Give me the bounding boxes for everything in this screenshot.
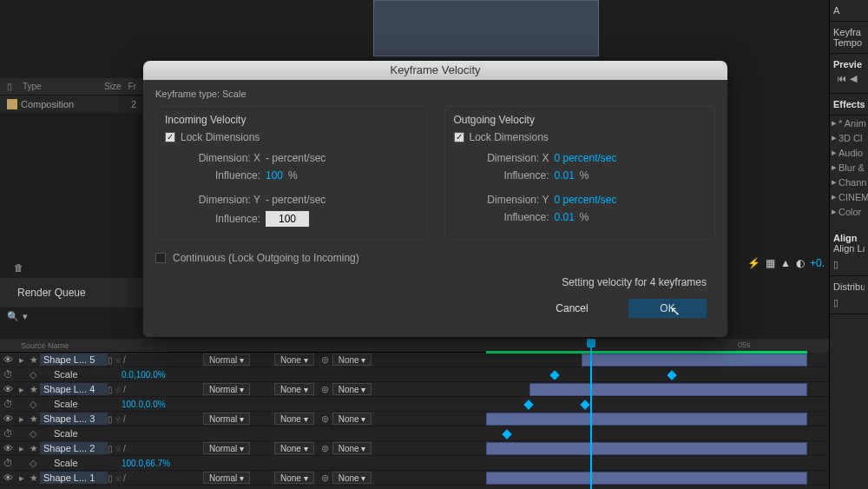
track-matte-dropdown[interactable]: None ▾ [274, 383, 314, 395]
effect-category[interactable]: ▸Color [830, 204, 868, 219]
layer-bar[interactable] [582, 354, 807, 367]
track-matte-dropdown[interactable]: None ▾ [274, 472, 314, 484]
property-name[interactable]: Scale [38, 369, 106, 380]
layer-name[interactable]: Shape L... 5 [40, 354, 108, 366]
keyframe-nav-icon[interactable]: ◇ [30, 428, 36, 439]
influence-y-input[interactable] [266, 211, 309, 227]
influence-x-value[interactable]: 100 [266, 169, 283, 182]
track-matte-dropdown[interactable]: None ▾ [274, 354, 314, 366]
pickwhip-icon[interactable]: ⊚ [321, 384, 329, 395]
layer-switches[interactable]: ▯※/ [108, 385, 142, 394]
visibility-icon[interactable]: 👁 [0, 384, 16, 394]
effect-category[interactable]: ▸Blur & [830, 160, 868, 175]
effect-category[interactable]: ▸* Anim [830, 116, 868, 130]
stopwatch-icon[interactable]: ⏱ [0, 458, 16, 468]
parent-dropdown[interactable]: None ▾ [332, 442, 372, 454]
project-fr-col[interactable]: Fr [128, 82, 136, 91]
visibility-icon[interactable]: 👁 [0, 413, 16, 424]
effect-category[interactable]: ▸Chann [830, 175, 868, 189]
keyframe[interactable] [549, 370, 559, 380]
triangle-icon[interactable]: ▸ [16, 472, 28, 484]
influence-y-value[interactable]: 0.01 [555, 211, 575, 223]
stopwatch-icon[interactable]: ⏱ [0, 428, 16, 439]
parent-dropdown[interactable]: None ▾ [332, 472, 372, 484]
flowchart-icon[interactable]: ▦ [766, 257, 775, 269]
pickwhip-icon[interactable]: ⊚ [321, 472, 329, 484]
dimension-x-value[interactable]: 0 percent/sec [555, 152, 617, 164]
effect-category[interactable]: ▸3D Cl [830, 130, 868, 145]
property-name[interactable]: Scale [38, 399, 106, 409]
layer-switches[interactable]: ▯※/ [108, 444, 142, 453]
triangle-icon[interactable]: ▸ [16, 384, 28, 395]
cancel-button[interactable]: Cancel [533, 299, 611, 318]
snapshot-icon[interactable]: ⚡ [747, 257, 760, 269]
align-left-icon[interactable]: ▯ [833, 259, 865, 270]
keyframe[interactable] [580, 400, 589, 409]
property-value[interactable]: 0.0,100.0% [122, 370, 166, 380]
blend-mode-dropdown[interactable]: Normal ▾ [203, 442, 250, 454]
property-value[interactable]: 100.0,66.7% [122, 459, 170, 468]
visibility-icon[interactable]: 👁 [0, 354, 16, 365]
project-size-col[interactable]: Size [104, 82, 121, 91]
triangle-icon[interactable]: ▸ [16, 413, 28, 425]
blend-mode-dropdown[interactable]: Normal ▾ [203, 383, 250, 395]
parent-dropdown[interactable]: None ▾ [332, 383, 372, 395]
triangle-icon[interactable]: ▸ [16, 443, 28, 454]
project-item[interactable]: Composition 2 [0, 96, 143, 113]
track-matte-dropdown[interactable]: None ▾ [274, 413, 314, 425]
ok-button[interactable]: OK ↖ [628, 299, 707, 318]
visibility-icon[interactable]: 👁 [0, 443, 16, 453]
lock-dimensions-checkbox[interactable]: ✓ [165, 132, 175, 142]
blend-mode-dropdown[interactable]: Normal ▾ [203, 472, 250, 484]
timeline-tracks[interactable] [486, 353, 807, 489]
exposure-icon[interactable]: ◐ [796, 257, 805, 269]
first-frame-icon[interactable]: ⏮ [837, 73, 846, 84]
keyframe-nav-icon[interactable]: ◇ [30, 399, 36, 410]
property-name[interactable]: Scale [38, 428, 106, 439]
layer-bar[interactable] [529, 383, 807, 396]
layer-name[interactable]: Shape L... 3 [40, 413, 108, 425]
parent-dropdown[interactable]: None ▾ [332, 413, 372, 425]
blend-mode-dropdown[interactable]: Normal ▾ [203, 413, 250, 425]
timeline-search[interactable]: 🔍▾ [0, 306, 143, 327]
3d-icon[interactable]: ▲ [780, 257, 791, 269]
layer-name[interactable]: Shape L... 2 [40, 442, 108, 454]
layer-switches[interactable]: ▯※/ [108, 355, 142, 365]
keyframe[interactable] [502, 429, 511, 439]
pickwhip-icon[interactable]: ⊚ [321, 354, 329, 366]
layer-bar[interactable] [486, 413, 807, 426]
continuous-checkbox[interactable] [155, 253, 166, 263]
property-value[interactable]: 100.0,0.0% [122, 400, 166, 409]
pickwhip-icon[interactable]: ⊚ [321, 413, 329, 425]
project-trash[interactable]: 🗑 [0, 257, 143, 278]
stopwatch-icon[interactable]: ⏱ [0, 399, 16, 409]
property-name[interactable]: Scale [38, 458, 106, 468]
keyframe[interactable] [523, 400, 533, 409]
layer-switches[interactable]: ▯※/ [108, 414, 142, 424]
playhead[interactable] [590, 339, 592, 489]
blend-mode-dropdown[interactable]: Normal ▾ [203, 354, 250, 366]
layer-bar[interactable] [486, 472, 807, 485]
layer-bar[interactable] [486, 442, 807, 455]
parent-dropdown[interactable]: None ▾ [332, 354, 372, 366]
keyframe[interactable] [667, 370, 676, 380]
effect-category[interactable]: ▸Audio [830, 145, 868, 160]
distribute-icon[interactable]: ▯ [833, 297, 865, 308]
layer-switches[interactable]: ▯※/ [108, 473, 142, 483]
track-matte-dropdown[interactable]: None ▾ [274, 442, 314, 454]
stopwatch-icon[interactable]: ⏱ [0, 369, 16, 380]
exposure-value[interactable]: +0. [810, 257, 825, 269]
lock-dimensions-checkbox[interactable]: ✓ [454, 132, 464, 142]
project-type-col[interactable]: Type [23, 82, 42, 91]
dimension-y-value[interactable]: 0 percent/sec [555, 194, 617, 206]
render-queue-tab[interactable]: Render Queue [0, 278, 143, 307]
keyframe-nav-icon[interactable]: ◇ [30, 369, 36, 380]
layer-name[interactable]: Shape L... 4 [40, 383, 108, 395]
pickwhip-icon[interactable]: ⊚ [321, 443, 329, 454]
source-name-col[interactable]: Source Name [21, 341, 69, 350]
keyframe-nav-icon[interactable]: ◇ [30, 458, 36, 469]
visibility-icon[interactable]: 👁 [0, 472, 16, 483]
layer-name[interactable]: Shape L... 1 [40, 472, 108, 484]
influence-x-value[interactable]: 0.01 [555, 169, 575, 182]
effect-category[interactable]: ▸CINEM [830, 189, 868, 204]
